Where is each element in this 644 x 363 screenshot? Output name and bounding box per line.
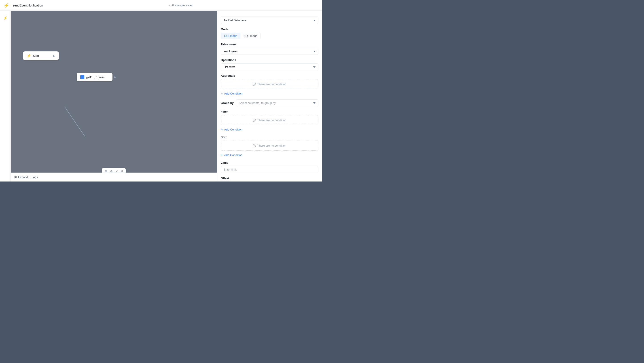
mode-label: Mode <box>221 27 318 31</box>
sidebar-bolt-icon[interactable]: ⚡ <box>2 14 9 21</box>
topbar: ⚡ sendEventNotification ✓ All changes sa… <box>0 0 322 11</box>
bottombar: ⊞ Expand Logs <box>11 173 217 181</box>
aggregate-plus-icon: + <box>221 91 223 95</box>
offset-label: Offset <box>221 177 318 180</box>
filter-add-condition-button[interactable]: + Add Condition <box>221 127 242 132</box>
start-label: Start <box>33 54 39 57</box>
filter-add-label: Add Condition <box>224 128 242 131</box>
sort-add-label: Add Condition <box>224 153 242 157</box>
filter-label: Filter <box>221 110 318 113</box>
aggregate-add-condition-button[interactable]: + Add Condition <box>221 91 242 96</box>
db-icon <box>80 75 84 79</box>
right-panel: getEmployees 👁 Preview 🗑 ✕ ToolJet Datab… <box>217 0 322 181</box>
sort-label: Sort <box>221 135 318 139</box>
operations-select[interactable]: List rows <box>221 63 318 70</box>
group-by-label: Group by <box>221 101 234 105</box>
gui-mode-button[interactable]: GUI mode <box>221 33 240 39</box>
aggregate-info-icon: i <box>253 83 256 86</box>
node-right-arrow: ▶ <box>114 75 116 79</box>
table-name-select[interactable]: employees <box>221 48 318 55</box>
panel-body: ToolJet Database Mode GUI mode SQL mode … <box>217 13 322 181</box>
aggregate-add-label: Add Condition <box>224 92 242 95</box>
get-employees-label: getEmployees <box>86 75 104 79</box>
mode-group: GUI mode SQL mode <box>221 33 261 39</box>
left-sidebar: ⚡ <box>0 11 11 181</box>
get-employees-node[interactable]: getEmployees ▶ <box>77 73 112 81</box>
limit-label: Limit <box>221 161 318 164</box>
saved-check-icon: ✓ <box>168 4 170 7</box>
start-icon: ⚡ <box>26 54 31 58</box>
sql-mode-button[interactable]: SQL mode <box>240 33 260 39</box>
sort-plus-icon: + <box>221 153 223 157</box>
table-name-label: Table name <box>221 43 318 46</box>
svg-rect-3 <box>91 79 98 81</box>
expand-button[interactable]: ⊞ Expand <box>14 175 28 179</box>
logs-button[interactable]: Logs <box>32 175 38 179</box>
aggregate-label: Aggregate <box>221 74 318 77</box>
filter-condition-box: i There are no condition <box>221 115 318 125</box>
canvas: ⚡ Start ▶ getEmployees ▶ ⊕ ⊖ ⤢ ⧉ <box>11 11 217 181</box>
filter-info-icon: i <box>253 119 256 122</box>
sort-add-condition-button[interactable]: + Add Condition <box>221 152 242 157</box>
filter-plus-icon: + <box>221 127 223 131</box>
group-by-row: Group by Select column(s) to group by <box>221 99 318 106</box>
sort-no-condition-text: There are no condition <box>257 144 286 147</box>
page-title: sendEventNotification <box>13 3 43 7</box>
expand-icon: ⊞ <box>14 175 17 179</box>
aggregate-no-condition-text: There are no condition <box>257 82 286 86</box>
limit-input[interactable] <box>221 166 318 173</box>
operations-label: Operations <box>221 58 318 62</box>
svg-line-0 <box>64 107 85 137</box>
start-arrow-icon: ▶ <box>53 54 55 57</box>
sort-condition-box: i There are no condition <box>221 141 318 151</box>
datasource-select[interactable]: ToolJet Database <box>221 16 318 24</box>
aggregate-condition-box: i There are no condition <box>221 79 318 89</box>
group-by-select[interactable]: Select column(s) to group by <box>236 99 318 106</box>
logo-icon[interactable]: ⚡ <box>4 3 9 8</box>
start-node[interactable]: ⚡ Start ▶ <box>23 51 59 60</box>
filter-no-condition-text: There are no condition <box>257 118 286 122</box>
saved-status: ✓ All changes saved <box>168 4 193 7</box>
sort-info-icon: i <box>253 144 256 147</box>
